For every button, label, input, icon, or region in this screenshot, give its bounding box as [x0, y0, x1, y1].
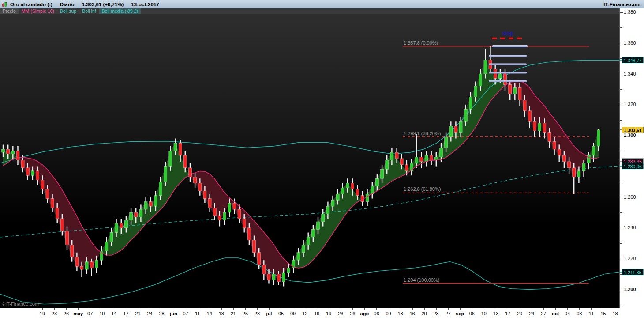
price-tick — [620, 305, 622, 305]
indicator-label-0[interactable]: Precio — [0, 8, 19, 14]
price-tick — [620, 212, 622, 213]
date-axis-label: 10 — [481, 311, 487, 316]
date-tick — [66, 308, 67, 310]
date-axis-label: 17 — [123, 311, 128, 316]
mm-simple10-line — [3, 80, 599, 268]
date-axis-label: 13 — [397, 311, 403, 316]
date-axis-label: 06 — [374, 311, 379, 316]
date-axis-label: jun — [170, 311, 177, 316]
indicator-label-1[interactable]: MM (Simple 10) — [19, 8, 57, 14]
price-tick — [620, 197, 623, 197]
price-axis-label: 1.220 — [624, 256, 636, 261]
chart-canvas[interactable]: 1.357,8 (0,00%)1.299,1 (38,20%)1.262,8 (… — [0, 14, 619, 308]
date-tick — [317, 308, 317, 310]
chart-plot-area[interactable]: 1.357,8 (0,00%)1.299,1 (38,20%)1.262,8 (… — [0, 14, 619, 308]
date-axis-label: may — [73, 311, 83, 316]
date-axis-label: 21 — [231, 311, 236, 316]
price-axis-label: 1.380 — [624, 9, 636, 15]
date-axis-label: 14 — [207, 311, 212, 316]
date-axis-label: 18 — [219, 311, 224, 316]
date-axis-label: 24 — [147, 311, 152, 316]
indicator-legend-bar: PrecioMM (Simple 10)Boll supBoll infBoll… — [0, 8, 619, 14]
price-tick — [620, 43, 623, 43]
date-axis-label: 13 — [493, 311, 498, 316]
date-axis-label: 16 — [314, 311, 319, 316]
date-tick — [329, 308, 329, 310]
fib-level-label-1: 1.299,1 (38,20%) — [404, 131, 441, 136]
date-axis-label: 28 — [255, 311, 260, 316]
date-axis-label: 06 — [469, 311, 475, 316]
date-axis-label: 23 — [338, 311, 343, 316]
date-axis-label: 27 — [541, 311, 546, 316]
indicator-label-4[interactable]: Boll media ( 89 2) — [99, 8, 141, 14]
date-axis-label: 10 — [99, 311, 105, 316]
indicator-label-2[interactable]: Boll sup — [57, 8, 79, 14]
order-target-line-0[interactable] — [492, 45, 528, 47]
date-tick — [114, 308, 114, 310]
price-flag-pointer — [620, 129, 622, 130]
fib-level-label-2: 1.262,8 (61,80%) — [404, 186, 441, 192]
date-axis-label: 28 — [159, 311, 164, 316]
stop-order-label[interactable]: stop — [502, 30, 533, 37]
date-axis-label: 07 — [183, 311, 188, 316]
date-tick — [150, 308, 150, 310]
order-target-line-2[interactable] — [489, 63, 527, 65]
date-axis-label: 20 — [517, 311, 522, 316]
date-axis-label: 21 — [135, 311, 140, 316]
date-axis-label: 20 — [421, 311, 427, 316]
date-axis-label: 09 — [386, 311, 391, 316]
date-tick — [460, 308, 461, 310]
date-axis-label: ago — [360, 311, 369, 316]
date-tick — [102, 308, 102, 310]
price-flag-0: 1.348,77 — [622, 57, 644, 63]
date-tick — [424, 308, 425, 310]
date-axis-label: 26 — [64, 311, 69, 316]
price-flag-pointer — [620, 161, 622, 162]
date-tick — [221, 308, 222, 310]
date-axis-label: 26 — [350, 311, 355, 316]
date-tick — [281, 308, 281, 310]
date-tick — [54, 308, 55, 310]
date-tick — [305, 308, 305, 310]
order-target-line-4[interactable] — [489, 80, 527, 82]
date-axis-label: 16 — [409, 311, 415, 316]
last-price-change: 1.303,61 (+0,71%) — [82, 2, 124, 7]
date-tick — [389, 308, 389, 310]
price-tick — [620, 290, 623, 290]
date-axis-label: 23 — [433, 311, 438, 316]
date-axis-label: 08 — [577, 311, 582, 316]
date-tick — [508, 308, 508, 310]
price-axis-label: 1.320 — [624, 102, 636, 107]
title-bar: Oro al contado (-) Diario 1.303,61 (+0,7… — [0, 0, 644, 9]
order-target-line-3[interactable] — [489, 72, 527, 74]
price-axis-label: 1.360 — [624, 40, 636, 45]
order-target-line-1[interactable] — [489, 55, 527, 57]
date-axis-label: 27 — [446, 311, 451, 316]
date-tick — [42, 308, 43, 310]
date-tick — [233, 308, 234, 310]
price-tick — [620, 228, 623, 228]
date-tick — [484, 308, 484, 310]
date-axis[interactable]: 192326may07101417212428jun07111418212528… — [0, 308, 644, 318]
date-axis-label: 15 — [600, 311, 606, 316]
date-tick — [210, 308, 210, 310]
price-axis-label: 1.240 — [624, 225, 636, 230]
price-flag-1: 1.303,61 — [622, 127, 644, 133]
date-tick — [198, 308, 198, 310]
date-axis-label: 18 — [612, 311, 618, 316]
date-tick — [448, 308, 449, 310]
price-tick — [620, 58, 622, 59]
price-tick — [620, 105, 623, 105]
indicator-label-3[interactable]: Boll inf — [79, 8, 99, 14]
instrument-name: Oro al contado (-) — [10, 2, 52, 7]
date-tick — [520, 308, 520, 310]
date-axis-label: 19 — [326, 311, 331, 316]
date-axis-label: 19 — [40, 311, 45, 316]
date-tick — [269, 308, 270, 310]
price-tick — [620, 74, 623, 74]
date-tick — [472, 308, 472, 310]
fib-level-label-0: 1.357,8 (0,00%) — [404, 40, 438, 45]
date-axis-label: 25 — [243, 311, 248, 316]
price-axis[interactable]: 1.3801.3601.3401.3201.3001.2601.2401.220… — [619, 8, 644, 308]
date-tick — [567, 308, 568, 310]
